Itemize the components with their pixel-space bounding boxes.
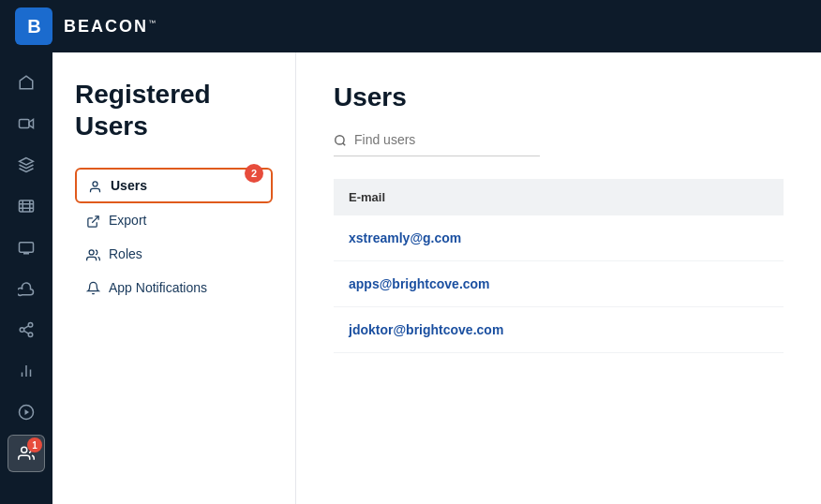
svg-line-11 [23,326,28,329]
search-icon [334,131,347,148]
nav-home-icon[interactable] [7,64,45,101]
nav-layers-icon[interactable] [7,146,45,184]
sidebar-item-export[interactable]: Export [75,205,273,237]
sidebar-item-app-notifications[interactable]: App Notifications [75,272,273,304]
nav-video-icon[interactable] [7,105,45,142]
logo-letter: B [27,16,39,37]
export-icon [84,213,101,230]
svg-point-9 [28,333,33,337]
nav-analytics-icon[interactable] [7,352,45,390]
svg-point-17 [22,447,27,452]
email-column-header: E-mail [334,179,784,215]
registered-users-badge: 1 [27,437,42,452]
svg-marker-16 [25,409,30,415]
main-layout: 1 RegisteredUsers Users 2 [0,52,821,504]
nav-play-circle-icon[interactable] [7,393,45,431]
user-email-1: xstreamly@g.com [334,215,784,261]
brand-name: BEACON™ [64,17,157,37]
nav-registered-users-icon[interactable]: 1 [7,435,45,472]
user-email-2: apps@brightcove.com [334,261,784,307]
users-nav-badge: 2 [245,164,263,183]
svg-point-18 [93,182,97,186]
svg-rect-6 [20,243,34,253]
search-container [334,131,540,156]
topbar: B BEACON™ [0,0,821,52]
sidebar-item-users[interactable]: Users 2 [75,168,273,203]
svg-line-19 [92,216,98,223]
svg-point-8 [20,328,24,333]
table-row[interactable]: jdoktor@brightcove.com [334,307,784,353]
content-title: Users [334,82,784,112]
svg-rect-0 [20,120,30,128]
user-table: E-mail xstreamly@g.com apps@brightcove.c… [334,179,784,353]
table-row[interactable]: apps@brightcove.com [334,261,784,307]
user-email-3: jdoktor@brightcove.com [334,307,784,353]
roles-icon [84,245,101,262]
sidebar-item-app-notifications-label: App Notifications [109,280,207,295]
table-row[interactable]: xstreamly@g.com [334,215,784,261]
sidebar-item-roles[interactable]: Roles [75,238,273,270]
logo-box: B [15,7,52,45]
sidebar-nav: Users 2 Export [75,168,273,303]
svg-rect-1 [20,200,34,212]
nav-film-icon[interactable] [7,187,45,225]
svg-point-20 [89,250,94,255]
nav-tv-icon[interactable] [7,229,45,266]
user-icon [86,177,103,194]
main-content: Users E-mail xstreamly@g.com [296,52,821,504]
search-input[interactable] [354,132,540,147]
sidebar-panel: RegisteredUsers Users 2 [52,52,296,504]
sidebar-item-roles-label: Roles [109,246,142,261]
svg-line-22 [343,142,346,145]
sidebar-item-users-label: Users [111,178,147,193]
svg-line-10 [23,331,28,334]
bell-icon [84,279,101,296]
sidebar-title: RegisteredUsers [75,79,273,141]
nav-cloud-icon[interactable] [7,270,45,307]
svg-point-7 [28,323,33,328]
svg-point-21 [336,136,344,144]
icon-nav: 1 [0,52,52,504]
sidebar-item-export-label: Export [109,213,146,228]
nav-share-icon[interactable] [7,311,45,348]
